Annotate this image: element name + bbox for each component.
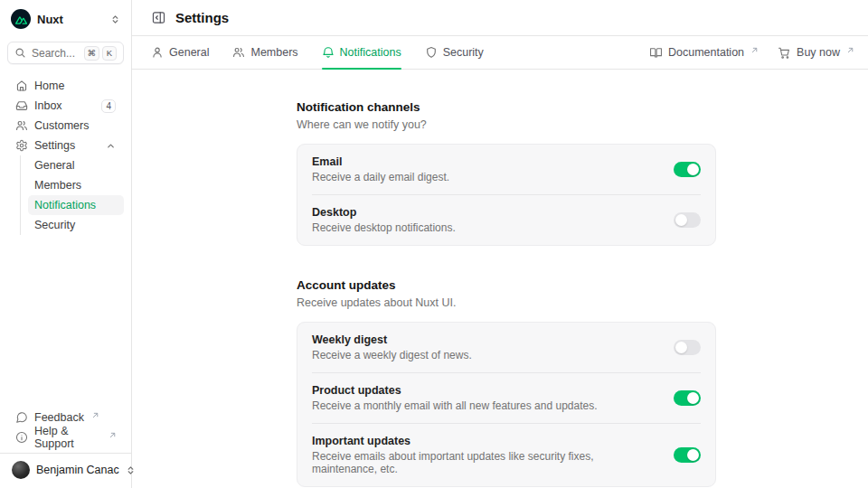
main-panel: Settings General Members [132,0,868,488]
external-link-icon [109,432,116,438]
tab-label: Security [443,46,484,59]
user-menu[interactable]: Benjamin Canac [7,454,124,481]
tab-members[interactable]: Members [232,36,297,69]
tab-security[interactable]: Security [425,36,484,69]
external-link-icon [92,412,99,418]
users-icon [15,119,28,132]
book-open-icon [649,46,663,60]
setting-label: Product updates [312,384,652,397]
sidebar-item-label: Customers [34,119,89,132]
sidebar-item-label: Help & Support [34,425,101,450]
desktop-toggle[interactable] [674,212,701,228]
settings-subnav: General Members Notifications Security [20,155,124,235]
nuxt-logo-icon [15,14,27,24]
account-updates-card: Weekly digest Receive a weekly digest of… [297,322,716,487]
tab-label: General [169,46,209,59]
users-icon [232,46,245,59]
search-icon [14,47,26,59]
sidebar-item-notifications[interactable]: Notifications [28,195,124,215]
toggle-knob [687,392,699,404]
tab-notifications[interactable]: Notifications [322,36,401,69]
kbd-cmd: ⌘ [84,46,100,61]
nuxt-logo [11,9,31,29]
sidebar-item-label: Notifications [34,199,96,211]
email-toggle[interactable] [674,162,701,177]
sidebar-item-customers[interactable]: Customers [7,116,124,136]
toggle-knob [687,164,699,175]
external-link-icon [751,47,758,53]
search-input[interactable]: Search... ⌘ K [7,42,124,64]
section-description: Receive updates about Nuxt UI. [297,296,716,309]
sidebar: Nuxt Search... ⌘ K Home [0,0,132,488]
inbox-count-badge: 4 [101,99,116,113]
setting-description: Receive desktop notifications. [312,221,652,234]
gear-icon [15,139,28,152]
sidebar-item-label: Feedback [34,411,84,424]
action-label: Buy now [797,46,840,59]
section-title: Account updates [297,278,716,292]
sidebar-item-general[interactable]: General [28,155,124,175]
sidebar-item-members[interactable]: Members [28,175,124,195]
sidebar-item-home[interactable]: Home [7,76,124,96]
settings-content: Notification channels Where can we notif… [132,70,868,488]
shield-icon [425,46,438,59]
documentation-link[interactable]: Documentation [649,46,758,60]
setting-row-weekly-digest: Weekly digest Receive a weekly digest of… [297,323,715,372]
sidebar-item-label: Inbox [34,99,62,112]
account-updates-section: Account updates Receive updates about Nu… [297,278,716,487]
page-header: Settings [132,0,868,36]
sidebar-spacer [7,235,124,408]
setting-label: Important updates [312,435,652,447]
setting-description: Receive emails about important updates l… [312,450,652,475]
page-title: Settings [175,10,229,25]
settings-tabs: General Members Notifications [132,36,868,70]
user-name: Benjamin Canac [36,464,119,476]
section-title: Notification channels [297,100,716,114]
workspace-switcher[interactable]: Nuxt [7,7,124,31]
toggle-knob [675,214,687,226]
search-placeholder: Search... [32,47,75,60]
setting-row-important-updates: Important updates Receive emails about i… [297,424,715,486]
important-updates-toggle[interactable] [674,447,701,463]
sidebar-item-label: Security [34,219,75,231]
sidebar-item-settings[interactable]: Settings [7,136,124,155]
sidebar-nav: Home Inbox 4 Customers Settings [7,76,124,235]
workspace-name: Nuxt [37,13,63,26]
sidebar-item-security[interactable]: Security [28,215,124,235]
toggle-knob [675,342,687,353]
sidebar-item-help-support[interactable]: Help & Support [7,427,124,447]
chevron-up-icon [106,141,116,151]
user-icon [151,46,164,59]
toggle-knob [687,449,699,461]
action-label: Documentation [668,46,744,59]
setting-row-email: Email Receive a daily email digest. [297,145,715,194]
panel-left-close-icon[interactable] [151,10,166,25]
buy-now-link[interactable]: Buy now [778,46,854,60]
external-link-icon [847,47,854,53]
setting-row-product-updates: Product updates Receive a monthly email … [297,373,715,423]
tab-label: Members [250,46,297,59]
product-updates-toggle[interactable] [674,390,701,406]
weekly-digest-toggle[interactable] [674,340,701,355]
sidebar-item-label: General [34,159,74,172]
setting-label: Email [312,155,652,168]
app-window: Nuxt Search... ⌘ K Home [0,0,868,488]
home-icon [15,80,28,92]
sidebar-item-inbox[interactable]: Inbox 4 [7,96,124,116]
tab-general[interactable]: General [151,36,209,69]
cart-icon [778,46,791,60]
sidebar-item-label: Settings [34,139,75,152]
chat-bubble-icon [15,411,28,424]
inbox-icon [15,99,28,112]
setting-label: Desktop [312,206,652,219]
setting-row-desktop: Desktop Receive desktop notifications. [297,195,715,245]
notification-channels-card: Email Receive a daily email digest. Desk… [297,144,716,246]
sidebar-item-label: Members [34,179,81,192]
search-shortcut: ⌘ K [84,46,118,61]
setting-description: Receive a weekly digest of news. [312,349,652,361]
chevrons-up-down-icon [110,14,120,24]
sidebar-item-label: Home [34,80,64,92]
setting-description: Receive a monthly email with all new fea… [312,399,652,412]
notification-channels-section: Notification channels Where can we notif… [297,100,716,246]
tab-label: Notifications [340,46,401,59]
